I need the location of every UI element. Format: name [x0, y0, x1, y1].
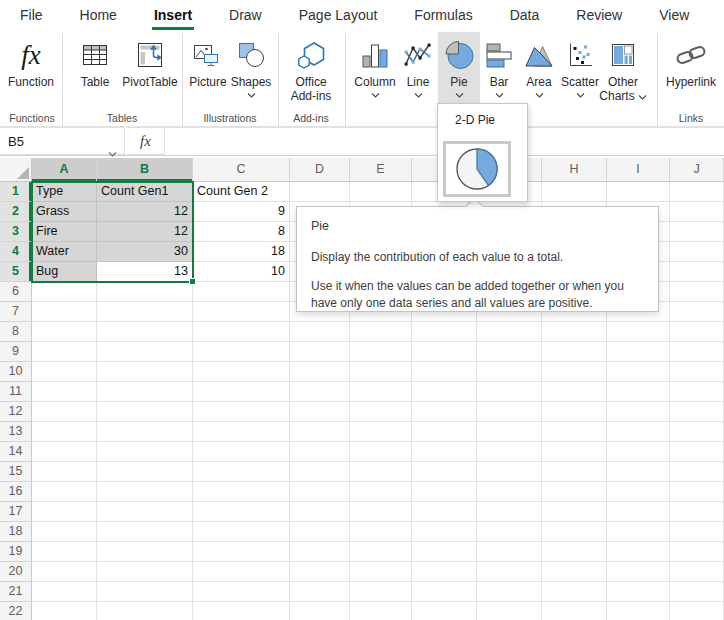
- menu-tab-formulas[interactable]: Formulas: [414, 0, 472, 30]
- row-header-1[interactable]: 1: [0, 182, 32, 202]
- cell-H20[interactable]: [542, 562, 607, 582]
- cell-J11[interactable]: [670, 382, 724, 402]
- cell-F17[interactable]: [412, 502, 477, 522]
- cell-J5[interactable]: [670, 262, 724, 282]
- cell-B17[interactable]: [97, 502, 193, 522]
- row-header-5[interactable]: 5: [0, 262, 32, 282]
- cell-C8[interactable]: [193, 322, 290, 342]
- cell-F8[interactable]: [412, 322, 477, 342]
- cell-B7[interactable]: [97, 302, 193, 322]
- cell-B10[interactable]: [97, 362, 193, 382]
- cell-F19[interactable]: [412, 542, 477, 562]
- shapes-button[interactable]: Shapes: [228, 32, 274, 110]
- cell-G13[interactable]: [477, 422, 542, 442]
- cell-E19[interactable]: [350, 542, 412, 562]
- cell-A22[interactable]: [32, 602, 97, 620]
- cell-D10[interactable]: [290, 362, 350, 382]
- cell-C10[interactable]: [193, 362, 290, 382]
- cell-F10[interactable]: [412, 362, 477, 382]
- cell-G8[interactable]: [477, 322, 542, 342]
- cell-C22[interactable]: [193, 602, 290, 620]
- row-header-8[interactable]: 8: [0, 322, 32, 342]
- menu-tab-draw[interactable]: Draw: [229, 0, 262, 30]
- cell-E12[interactable]: [350, 402, 412, 422]
- cell-J7[interactable]: [670, 302, 724, 322]
- cell-H14[interactable]: [542, 442, 607, 462]
- function-button[interactable]: fx Function: [2, 32, 60, 110]
- row-header-15[interactable]: 15: [0, 462, 32, 482]
- cell-D15[interactable]: [290, 462, 350, 482]
- cell-G9[interactable]: [477, 342, 542, 362]
- cell-H11[interactable]: [542, 382, 607, 402]
- cell-A1[interactable]: Type: [32, 182, 97, 202]
- cell-A20[interactable]: [32, 562, 97, 582]
- cell-F14[interactable]: [412, 442, 477, 462]
- cell-I8[interactable]: [607, 322, 670, 342]
- cell-J19[interactable]: [670, 542, 724, 562]
- cell-H18[interactable]: [542, 522, 607, 542]
- cell-G20[interactable]: [477, 562, 542, 582]
- cell-I19[interactable]: [607, 542, 670, 562]
- cell-B22[interactable]: [97, 602, 193, 620]
- cell-J16[interactable]: [670, 482, 724, 502]
- cell-A17[interactable]: [32, 502, 97, 522]
- cell-I9[interactable]: [607, 342, 670, 362]
- cell-C5[interactable]: 10: [193, 262, 290, 282]
- bar-chart-button[interactable]: Bar: [480, 32, 518, 110]
- cell-B18[interactable]: [97, 522, 193, 542]
- hyperlink-button[interactable]: Hyperlink: [660, 32, 722, 110]
- insert-function-button[interactable]: fx: [127, 127, 165, 155]
- row-header-14[interactable]: 14: [0, 442, 32, 462]
- cell-B12[interactable]: [97, 402, 193, 422]
- cell-A10[interactable]: [32, 362, 97, 382]
- cell-I20[interactable]: [607, 562, 670, 582]
- cell-D11[interactable]: [290, 382, 350, 402]
- menu-tab-view[interactable]: View: [659, 0, 689, 30]
- cell-I21[interactable]: [607, 582, 670, 602]
- row-header-6[interactable]: 6: [0, 282, 32, 302]
- row-header-16[interactable]: 16: [0, 482, 32, 502]
- cell-E16[interactable]: [350, 482, 412, 502]
- cell-G17[interactable]: [477, 502, 542, 522]
- row-header-13[interactable]: 13: [0, 422, 32, 442]
- col-header-B[interactable]: B: [97, 158, 193, 182]
- row-header-3[interactable]: 3: [0, 222, 32, 242]
- col-header-E[interactable]: E: [350, 158, 412, 182]
- cell-B13[interactable]: [97, 422, 193, 442]
- cell-B11[interactable]: [97, 382, 193, 402]
- cell-G18[interactable]: [477, 522, 542, 542]
- cell-H22[interactable]: [542, 602, 607, 620]
- cell-D13[interactable]: [290, 422, 350, 442]
- cell-C14[interactable]: [193, 442, 290, 462]
- cell-C3[interactable]: 8: [193, 222, 290, 242]
- column-chart-button[interactable]: Column: [352, 32, 398, 110]
- cell-E8[interactable]: [350, 322, 412, 342]
- cell-D9[interactable]: [290, 342, 350, 362]
- cell-G14[interactable]: [477, 442, 542, 462]
- cell-D21[interactable]: [290, 582, 350, 602]
- col-header-I[interactable]: I: [607, 158, 670, 182]
- menu-tab-page-layout[interactable]: Page Layout: [299, 0, 378, 30]
- cell-G10[interactable]: [477, 362, 542, 382]
- cell-I12[interactable]: [607, 402, 670, 422]
- cell-H13[interactable]: [542, 422, 607, 442]
- cell-F18[interactable]: [412, 522, 477, 542]
- cell-I18[interactable]: [607, 522, 670, 542]
- cell-A6[interactable]: [32, 282, 97, 302]
- cell-F22[interactable]: [412, 602, 477, 620]
- row-header-17[interactable]: 17: [0, 502, 32, 522]
- cell-A3[interactable]: Fire: [32, 222, 97, 242]
- cell-B16[interactable]: [97, 482, 193, 502]
- cell-C1[interactable]: Count Gen 2: [193, 182, 290, 202]
- cell-E14[interactable]: [350, 442, 412, 462]
- cell-B20[interactable]: [97, 562, 193, 582]
- cell-H21[interactable]: [542, 582, 607, 602]
- cell-E11[interactable]: [350, 382, 412, 402]
- row-header-19[interactable]: 19: [0, 542, 32, 562]
- cell-A13[interactable]: [32, 422, 97, 442]
- cell-D22[interactable]: [290, 602, 350, 620]
- cell-B5[interactable]: 13: [97, 262, 193, 282]
- cell-G22[interactable]: [477, 602, 542, 620]
- cell-A14[interactable]: [32, 442, 97, 462]
- menu-tab-data[interactable]: Data: [510, 0, 540, 30]
